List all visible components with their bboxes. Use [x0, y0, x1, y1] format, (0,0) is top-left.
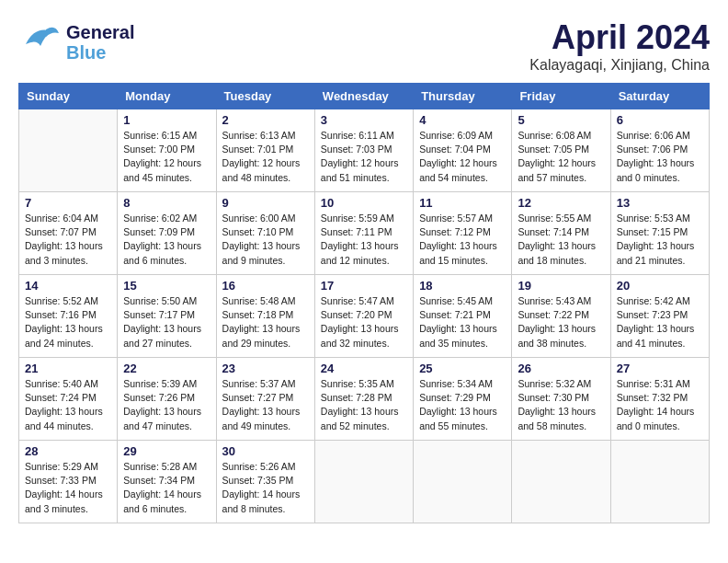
- day-info: Sunrise: 5:42 AMSunset: 7:23 PMDaylight:…: [617, 294, 703, 350]
- day-info: Sunrise: 5:39 AMSunset: 7:26 PMDaylight:…: [123, 377, 210, 433]
- calendar-cell: 27Sunrise: 5:31 AMSunset: 7:32 PMDayligh…: [610, 358, 709, 441]
- day-info: Sunrise: 5:47 AMSunset: 7:20 PMDaylight:…: [321, 294, 407, 350]
- day-number: 29: [123, 444, 210, 458]
- title-block: April 2024 Kalayagaqi, Xinjiang, China: [529, 18, 710, 74]
- day-info: Sunrise: 5:45 AMSunset: 7:21 PMDaylight:…: [419, 294, 506, 350]
- calendar-title: April 2024: [529, 18, 710, 57]
- header-thursday: Thursday: [414, 84, 512, 109]
- calendar-cell: 7Sunrise: 6:04 AMSunset: 7:07 PMDaylight…: [19, 192, 118, 275]
- day-number: 30: [222, 444, 309, 458]
- day-info: Sunrise: 5:31 AMSunset: 7:32 PMDaylight:…: [617, 377, 703, 433]
- day-info: Sunrise: 5:37 AMSunset: 7:27 PMDaylight:…: [222, 377, 309, 433]
- day-info: Sunrise: 5:43 AMSunset: 7:22 PMDaylight:…: [518, 294, 604, 350]
- calendar-cell: 8Sunrise: 6:02 AMSunset: 7:09 PMDaylight…: [118, 192, 216, 275]
- calendar-cell: 24Sunrise: 5:35 AMSunset: 7:28 PMDayligh…: [314, 358, 413, 441]
- calendar-cell: 17Sunrise: 5:47 AMSunset: 7:20 PMDayligh…: [314, 275, 413, 358]
- day-number: 17: [321, 279, 407, 293]
- day-info: Sunrise: 6:09 AMSunset: 7:04 PMDaylight:…: [419, 129, 506, 185]
- calendar-cell: [414, 441, 512, 523]
- calendar-cell: 10Sunrise: 5:59 AMSunset: 7:11 PMDayligh…: [314, 192, 413, 275]
- day-number: 16: [222, 279, 309, 293]
- day-info: Sunrise: 5:40 AMSunset: 7:24 PMDaylight:…: [25, 377, 111, 433]
- calendar-cell: 30Sunrise: 5:26 AMSunset: 7:35 PMDayligh…: [216, 441, 314, 523]
- page-header: General Blue April 2024 Kalayagaqi, Xinj…: [18, 18, 710, 74]
- calendar-cell: 1Sunrise: 6:15 AMSunset: 7:00 PMDaylight…: [118, 109, 216, 192]
- calendar-cell: 12Sunrise: 5:55 AMSunset: 7:14 PMDayligh…: [512, 192, 610, 275]
- day-number: 4: [419, 113, 506, 127]
- day-info: Sunrise: 6:00 AMSunset: 7:10 PMDaylight:…: [222, 212, 309, 268]
- day-info: Sunrise: 5:28 AMSunset: 7:34 PMDaylight:…: [123, 460, 210, 516]
- day-info: Sunrise: 5:59 AMSunset: 7:11 PMDaylight:…: [321, 212, 407, 268]
- day-info: Sunrise: 5:48 AMSunset: 7:18 PMDaylight:…: [222, 294, 309, 350]
- day-info: Sunrise: 5:53 AMSunset: 7:15 PMDaylight:…: [617, 212, 703, 268]
- calendar-week-row: 14Sunrise: 5:52 AMSunset: 7:16 PMDayligh…: [19, 275, 710, 358]
- day-number: 19: [518, 279, 604, 293]
- logo: General Blue: [18, 18, 134, 66]
- day-number: 25: [419, 362, 506, 375]
- calendar-location: Kalayagaqi, Xinjiang, China: [529, 57, 710, 74]
- day-info: Sunrise: 5:57 AMSunset: 7:12 PMDaylight:…: [419, 212, 506, 268]
- day-number: 1: [123, 113, 210, 127]
- day-info: Sunrise: 5:55 AMSunset: 7:14 PMDaylight:…: [518, 212, 604, 268]
- day-number: 13: [617, 196, 703, 210]
- calendar-cell: 29Sunrise: 5:28 AMSunset: 7:34 PMDayligh…: [118, 441, 216, 523]
- day-number: 27: [617, 362, 703, 375]
- header-friday: Friday: [512, 84, 610, 109]
- calendar-cell: 5Sunrise: 6:08 AMSunset: 7:05 PMDaylight…: [512, 109, 610, 192]
- day-number: 6: [617, 113, 703, 127]
- header-monday: Monday: [118, 84, 216, 109]
- day-info: Sunrise: 6:06 AMSunset: 7:06 PMDaylight:…: [617, 129, 703, 185]
- calendar-cell: 23Sunrise: 5:37 AMSunset: 7:27 PMDayligh…: [216, 358, 314, 441]
- day-number: 8: [123, 196, 210, 210]
- calendar-cell: 18Sunrise: 5:45 AMSunset: 7:21 PMDayligh…: [414, 275, 512, 358]
- calendar-cell: [512, 441, 610, 523]
- calendar-week-row: 7Sunrise: 6:04 AMSunset: 7:07 PMDaylight…: [19, 192, 710, 275]
- day-info: Sunrise: 6:13 AMSunset: 7:01 PMDaylight:…: [222, 129, 309, 185]
- day-number: 5: [518, 113, 604, 127]
- logo-icon: [18, 18, 63, 66]
- calendar-cell: [610, 441, 709, 523]
- calendar-header-row: Sunday Monday Tuesday Wednesday Thursday…: [19, 84, 710, 109]
- calendar-cell: 14Sunrise: 5:52 AMSunset: 7:16 PMDayligh…: [19, 275, 118, 358]
- calendar-cell: 28Sunrise: 5:29 AMSunset: 7:33 PMDayligh…: [19, 441, 118, 523]
- calendar-cell: 16Sunrise: 5:48 AMSunset: 7:18 PMDayligh…: [216, 275, 314, 358]
- day-number: 20: [617, 279, 703, 293]
- day-info: Sunrise: 6:15 AMSunset: 7:00 PMDaylight:…: [123, 129, 210, 185]
- day-info: Sunrise: 5:29 AMSunset: 7:33 PMDaylight:…: [25, 460, 111, 516]
- day-number: 26: [518, 362, 604, 375]
- day-info: Sunrise: 5:52 AMSunset: 7:16 PMDaylight:…: [25, 294, 111, 350]
- calendar-cell: 3Sunrise: 6:11 AMSunset: 7:03 PMDaylight…: [314, 109, 413, 192]
- calendar-cell: 19Sunrise: 5:43 AMSunset: 7:22 PMDayligh…: [512, 275, 610, 358]
- calendar-cell: 4Sunrise: 6:09 AMSunset: 7:04 PMDaylight…: [414, 109, 512, 192]
- calendar-cell: 26Sunrise: 5:32 AMSunset: 7:30 PMDayligh…: [512, 358, 610, 441]
- day-number: 14: [25, 279, 111, 293]
- calendar-cell: [314, 441, 413, 523]
- calendar-week-row: 21Sunrise: 5:40 AMSunset: 7:24 PMDayligh…: [19, 358, 710, 441]
- calendar-cell: 15Sunrise: 5:50 AMSunset: 7:17 PMDayligh…: [118, 275, 216, 358]
- day-number: 7: [25, 196, 111, 210]
- calendar-cell: 25Sunrise: 5:34 AMSunset: 7:29 PMDayligh…: [414, 358, 512, 441]
- logo-text: General Blue: [66, 22, 134, 63]
- calendar-cell: 20Sunrise: 5:42 AMSunset: 7:23 PMDayligh…: [610, 275, 709, 358]
- day-info: Sunrise: 5:34 AMSunset: 7:29 PMDaylight:…: [419, 377, 506, 433]
- day-number: 21: [25, 362, 111, 375]
- day-number: 18: [419, 279, 506, 293]
- calendar-cell: 6Sunrise: 6:06 AMSunset: 7:06 PMDaylight…: [610, 109, 709, 192]
- header-sunday: Sunday: [19, 84, 118, 109]
- calendar-cell: 13Sunrise: 5:53 AMSunset: 7:15 PMDayligh…: [610, 192, 709, 275]
- day-number: 2: [222, 113, 309, 127]
- calendar-week-row: 1Sunrise: 6:15 AMSunset: 7:00 PMDaylight…: [19, 109, 710, 192]
- header-saturday: Saturday: [610, 84, 709, 109]
- calendar-cell: [19, 109, 118, 192]
- calendar-cell: 2Sunrise: 6:13 AMSunset: 7:01 PMDaylight…: [216, 109, 314, 192]
- day-number: 28: [25, 444, 111, 458]
- day-number: 24: [321, 362, 407, 375]
- day-number: 12: [518, 196, 604, 210]
- calendar-cell: 22Sunrise: 5:39 AMSunset: 7:26 PMDayligh…: [118, 358, 216, 441]
- day-info: Sunrise: 6:08 AMSunset: 7:05 PMDaylight:…: [518, 129, 604, 185]
- day-number: 11: [419, 196, 506, 210]
- calendar-cell: 21Sunrise: 5:40 AMSunset: 7:24 PMDayligh…: [19, 358, 118, 441]
- day-number: 10: [321, 196, 407, 210]
- day-info: Sunrise: 6:04 AMSunset: 7:07 PMDaylight:…: [25, 212, 111, 268]
- day-info: Sunrise: 6:02 AMSunset: 7:09 PMDaylight:…: [123, 212, 210, 268]
